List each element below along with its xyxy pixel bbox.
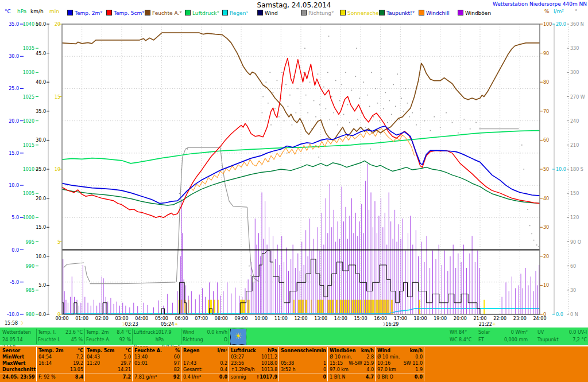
status-value: 0.0 UV-I bbox=[569, 329, 587, 336]
status-cell-temp-2m: Temp. 2m8.4 °CFeuchte A.92 % bbox=[86, 329, 131, 344]
y-axis-min: 20151050 bbox=[55, 22, 61, 317]
svg-text:50: 50 bbox=[543, 167, 549, 172]
column-unit: min bbox=[316, 348, 326, 354]
weather-chart: 35.030.025.020.015.010.05.00.0-5.0-10.01… bbox=[0, 0, 588, 328]
table-divider bbox=[424, 347, 424, 381]
status-divider bbox=[132, 329, 133, 344]
svg-text:1005: 1005 bbox=[23, 191, 34, 196]
status-label: WC 8.4°C bbox=[450, 336, 471, 344]
svg-text:120: 120 bbox=[570, 215, 579, 220]
svg-text:90: 90 bbox=[543, 51, 549, 56]
column-header: Regen bbox=[183, 348, 199, 354]
status-divider bbox=[84, 329, 85, 344]
cell-time: 17:43 bbox=[183, 360, 196, 367]
cell-time: 03:27 bbox=[231, 354, 244, 360]
moon-rise-icon: ☽16:29 bbox=[381, 322, 399, 327]
svg-text:5.0: 5.0 bbox=[38, 283, 46, 288]
svg-text:1010: 1010 bbox=[23, 167, 34, 172]
svg-text:15: 15 bbox=[55, 95, 60, 100]
cell-value: 0 bbox=[323, 367, 326, 373]
cell-value: 0.2 bbox=[220, 360, 227, 367]
cell-time: 0 Bft O bbox=[377, 374, 393, 380]
status-cell-wind: Wind0.0 km/hRichtungO bbox=[183, 329, 227, 344]
svg-text:30: 30 bbox=[570, 288, 576, 293]
table-divider bbox=[132, 347, 133, 381]
svg-text:30: 30 bbox=[543, 225, 549, 230]
table-divider bbox=[327, 347, 328, 381]
status-label: Feuchte I. bbox=[38, 336, 60, 344]
svg-text:5: 5 bbox=[57, 240, 60, 245]
cell-value: 7.2 bbox=[123, 374, 131, 380]
weather-symbol-sun-icon: ☀ bbox=[230, 329, 246, 345]
svg-text:990: 990 bbox=[26, 264, 34, 269]
table-column-sonnenschein: Sonnenscheinmin05:3813:52 h00 bbox=[280, 346, 327, 381]
svg-text:22:00: 22:00 bbox=[493, 316, 506, 321]
status-value: 0 W/m² bbox=[511, 329, 528, 336]
status-label: Temp. I. bbox=[38, 329, 56, 336]
status-divider bbox=[36, 329, 37, 344]
svg-text:07:00: 07:00 bbox=[195, 316, 208, 321]
weather-station-page: Samstag, 24.05.2014 Wetterstation Nieder… bbox=[0, 0, 588, 382]
cell-value: 19.2 bbox=[73, 360, 83, 367]
svg-text:04:00: 04:00 bbox=[135, 316, 148, 321]
svg-text:25.0: 25.0 bbox=[9, 86, 19, 91]
svg-text:15.0: 15.0 bbox=[36, 225, 46, 230]
status-label: ET bbox=[478, 336, 484, 344]
svg-text:360 N: 360 N bbox=[570, 22, 584, 27]
status-value: 23.6 °C bbox=[65, 329, 83, 336]
table-divider bbox=[84, 347, 85, 381]
status-cell-solar: Solar0 W/m²ET0,000 mm bbox=[478, 329, 528, 344]
cell-value: 97 bbox=[174, 360, 180, 367]
svg-text:20: 20 bbox=[543, 254, 549, 259]
status-label: Wind bbox=[183, 329, 194, 336]
svg-text:150: 150 bbox=[570, 191, 579, 196]
status-label: Solar bbox=[478, 329, 490, 336]
svg-text:18:00: 18:00 bbox=[413, 316, 427, 321]
svg-text:5.0: 5.0 bbox=[11, 215, 19, 220]
status-label: Taupunkt bbox=[537, 336, 559, 344]
status-divider bbox=[181, 329, 181, 344]
status-cell-temp-i-: Temp. I.23.6 °CFeuchte I.45 % bbox=[38, 329, 83, 344]
row-label: Sensor bbox=[2, 348, 36, 354]
moon-set-icon: ☽03:23 bbox=[121, 322, 138, 327]
cell-time: 10:16 bbox=[377, 360, 390, 367]
column-header: Wind bbox=[377, 348, 390, 354]
svg-text:1035: 1035 bbox=[23, 46, 34, 51]
table-divider bbox=[229, 347, 229, 381]
status-label: UV bbox=[537, 329, 544, 336]
cell-value: 92 bbox=[173, 374, 180, 380]
status-label: Temp. 2m bbox=[86, 329, 109, 336]
table-column-temp-5cm: Temp. 5cm°C04:435.011:2029.714.217.2 bbox=[86, 346, 132, 381]
column-header: Temp. 2m bbox=[38, 348, 64, 354]
table-column-wind: Windkm/hØ 10 min.0.010:16SW 11.097.0 km1… bbox=[376, 346, 424, 381]
cell-value: 1.9 bbox=[415, 367, 423, 373]
table-column-regen: Regenl/m²17:430.2Gesamt:0.40.4 l/m²0.0 bbox=[182, 346, 229, 381]
cell-value: 14.21 bbox=[118, 367, 131, 373]
svg-text:0.0: 0.0 bbox=[11, 248, 19, 253]
cell-time: sonnig bbox=[231, 374, 246, 380]
column-unit: km/h bbox=[361, 348, 374, 354]
cell-value: 0.0 bbox=[415, 374, 423, 380]
svg-text:10.0: 10.0 bbox=[9, 183, 19, 188]
current-values-status-bar: Wetterdaten24.05.14 23:59Temp. I.23.6 °C… bbox=[0, 328, 588, 345]
row-label: 24.05. 23:59 bbox=[2, 374, 36, 380]
svg-text:180 S: 180 S bbox=[570, 167, 583, 172]
svg-text:210: 210 bbox=[570, 143, 579, 148]
svg-text:-10.0: -10.0 bbox=[7, 312, 19, 317]
table-row-separator bbox=[0, 373, 424, 373]
column-header: Feuchte A. bbox=[134, 348, 162, 354]
column-header: Sonnenschein bbox=[281, 348, 317, 354]
cell-time: 1 Bft N bbox=[330, 374, 345, 380]
svg-text:00:00: 00:00 bbox=[55, 316, 68, 321]
table-column-temp-2m: Temp. 2m°C04:547.216:1419.213.05F: 92 %8… bbox=[37, 346, 84, 381]
svg-text:02:00: 02:00 bbox=[95, 316, 109, 321]
svg-text:35.0: 35.0 bbox=[9, 22, 19, 27]
y-axis-kmh: 50.045.040.035.030.025.020.015.010.05.00… bbox=[36, 22, 49, 317]
cell-time: 04:54 bbox=[38, 354, 52, 360]
svg-text:100: 100 bbox=[543, 22, 552, 27]
table-column-windb-en: Windböenkm/hØ 10 min.2.815:15W-SW 25.997… bbox=[328, 346, 375, 381]
svg-text:24:00: 24:00 bbox=[533, 316, 546, 321]
svg-text:12:00: 12:00 bbox=[294, 316, 307, 321]
cell-time: 16:14 bbox=[38, 360, 52, 367]
column-unit: km/h bbox=[410, 348, 423, 354]
